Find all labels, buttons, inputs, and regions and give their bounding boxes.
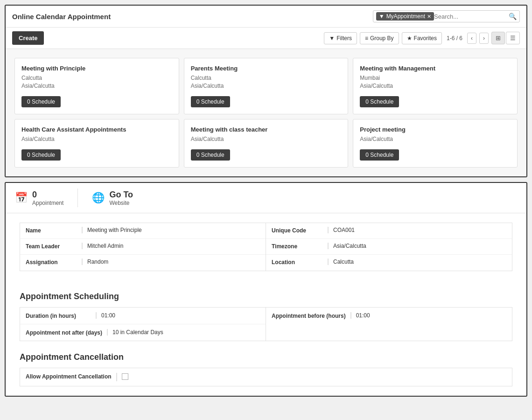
filters-button[interactable]: ▼ Filters	[324, 32, 357, 44]
kanban-card[interactable]: Health Care Assistant Appointments Asia/…	[14, 119, 179, 168]
cancellation-heading: Appointment Cancellation	[6, 352, 526, 362]
filter-icon: ▼	[329, 35, 335, 42]
location-value: Calcutta	[328, 259, 506, 265]
card-title: Project meeting	[360, 126, 511, 133]
form-row-team: Team Leader Mitchell Admin	[20, 239, 266, 255]
kanban-card[interactable]: Meeting with Principle Calcutta Asia/Cal…	[14, 58, 179, 114]
favorites-label: Favorites	[414, 35, 437, 42]
team-leader-value: Mitchell Admin	[82, 243, 260, 249]
stats-bar: 📅 0 Appointment 🌐 Go To Website	[6, 183, 526, 213]
assignation-value: Random	[82, 259, 260, 265]
toolbar: Create ▼ Filters ≡ Group By ★ Favorites …	[6, 28, 526, 49]
stat-count: 0	[32, 190, 63, 200]
search-button[interactable]: 🔍	[509, 13, 517, 20]
card-title: Health Care Assistant Appointments	[21, 126, 172, 133]
kanban-card[interactable]: Project meeting Asia/Calcutta 0 Schedule	[353, 119, 518, 168]
bottom-panel: 📅 0 Appointment 🌐 Go To Website	[5, 182, 527, 397]
groupby-icon: ≡	[365, 35, 368, 42]
filter-tag[interactable]: ▼ MyAppointment ✕	[376, 12, 434, 21]
not-after-value: 10 in Calendar Days	[107, 329, 260, 336]
filters-label: Filters	[336, 35, 352, 42]
header-right: ▼ MyAppointment ✕ 🔍	[373, 10, 520, 22]
form-col-right: Unique Code COA001 Timezone Asia/Calcutt…	[266, 223, 512, 271]
view-icons: ⊞ ☰	[491, 32, 520, 44]
card-line1: Calcutta	[21, 75, 172, 81]
card-title: Meeting with Management	[360, 65, 511, 72]
app-title: Online Calendar Appointment	[12, 13, 111, 21]
form-grid: Name Meeting with Principle Team Leader …	[20, 223, 512, 271]
appt-before-label: Appointment before (hours)	[272, 312, 350, 319]
form-col-left: Name Meeting with Principle Team Leader …	[20, 223, 266, 271]
search-bar: ▼ MyAppointment ✕ 🔍	[373, 10, 520, 22]
create-button[interactable]: Create	[12, 31, 44, 45]
allow-checkbox[interactable]	[122, 373, 128, 380]
calendar-icon: 📅	[15, 192, 28, 204]
name-label: Name	[26, 227, 82, 234]
card-title: Meeting with Principle	[21, 65, 172, 72]
card-line1: Calcutta	[191, 75, 342, 81]
sched-row-not-after: Appointment not after (days) 10 in Calen…	[20, 324, 266, 341]
goto-sub: Website	[109, 200, 133, 206]
groupby-label: Group By	[370, 35, 394, 42]
schedule-button[interactable]: 0 Schedule	[191, 96, 230, 107]
schedule-button[interactable]: 0 Schedule	[21, 149, 61, 161]
stat-appointment: 📅 0 Appointment	[15, 190, 63, 206]
card-title: Meeting with class teacher	[191, 126, 342, 133]
filter-tag-label: MyAppointment	[386, 13, 425, 20]
prev-page-button[interactable]: ‹	[467, 33, 476, 44]
timezone-value: Asia/Calcutta	[328, 243, 506, 249]
card-line1: Asia/Calcutta	[21, 136, 172, 142]
sched-col-right: Appointment before (hours) 01:00	[266, 308, 512, 341]
goto-info: Go To Website	[109, 190, 133, 206]
schedule-button[interactable]: 0 Schedule	[21, 96, 61, 107]
close-icon[interactable]: ✕	[427, 14, 431, 20]
card-line1: Asia/Calcutta	[360, 136, 511, 142]
card-line2: Asia/Calcutta	[191, 83, 342, 89]
kanban-grid: Meeting with Principle Calcutta Asia/Cal…	[6, 49, 526, 176]
star-icon: ★	[407, 35, 412, 42]
groupby-button[interactable]: ≡ Group By	[360, 32, 399, 44]
team-leader-label: Team Leader	[26, 243, 82, 250]
unique-code-label: Unique Code	[272, 227, 328, 234]
sched-col-left: Duration (in hours) 01:00 Appointment no…	[20, 308, 266, 341]
next-page-button[interactable]: ›	[479, 33, 489, 44]
sched-row-before: Appointment before (hours) 01:00	[266, 308, 512, 324]
timezone-label: Timezone	[272, 243, 328, 250]
stat-divider	[77, 189, 78, 207]
header-bar: Online Calendar Appointment ▼ MyAppointm…	[6, 6, 526, 28]
stat-website[interactable]: 🌐 Go To Website	[92, 190, 133, 206]
schedule-button[interactable]: 0 Schedule	[360, 149, 399, 161]
assignation-label: Assignation	[26, 259, 82, 266]
kanban-card[interactable]: Parents Meeting Calcutta Asia/Calcutta 0…	[184, 58, 349, 114]
form-row-name: Name Meeting with Principle	[20, 223, 266, 239]
appt-before-value: 01:00	[350, 312, 506, 319]
sched-row-duration: Duration (in hours) 01:00	[20, 308, 266, 324]
favorites-button[interactable]: ★ Favorites	[402, 32, 442, 44]
schedule-button[interactable]: 0 Schedule	[360, 96, 399, 107]
page-info: 1-6 / 6	[445, 35, 464, 42]
card-line1: Mumbai	[360, 75, 511, 81]
card-line2: Asia/Calcutta	[21, 83, 172, 89]
form-section: Name Meeting with Principle Team Leader …	[6, 213, 526, 280]
schedule-button[interactable]: 0 Schedule	[191, 149, 230, 161]
card-line1: Asia/Calcutta	[191, 136, 342, 142]
top-panel: Online Calendar Appointment ▼ MyAppointm…	[5, 5, 527, 177]
cancel-row-allow: Allow Appointment Cancellation	[20, 368, 512, 386]
list-view-button[interactable]: ☰	[506, 32, 520, 44]
card-title: Parents Meeting	[191, 65, 342, 72]
scheduling-heading: Appointment Scheduling	[6, 292, 526, 301]
card-line2: Asia/Calcutta	[360, 83, 511, 89]
goto-label: Go To	[109, 190, 133, 200]
stat-info: 0 Appointment	[32, 190, 63, 206]
name-value: Meeting with Principle	[82, 227, 260, 233]
duration-label: Duration (in hours)	[26, 312, 96, 319]
kanban-card[interactable]: Meeting with Management Mumbai Asia/Calc…	[353, 58, 518, 114]
kanban-card[interactable]: Meeting with class teacher Asia/Calcutta…	[184, 119, 349, 168]
search-input[interactable]	[434, 13, 509, 20]
kanban-view-button[interactable]: ⊞	[491, 32, 505, 44]
unique-code-value: COA001	[328, 227, 506, 233]
form-row-unique: Unique Code COA001	[266, 223, 512, 239]
form-row-timezone: Timezone Asia/Calcutta	[266, 239, 512, 255]
location-label: Location	[272, 259, 328, 266]
allow-label: Allow Appointment Cancellation	[26, 373, 116, 380]
